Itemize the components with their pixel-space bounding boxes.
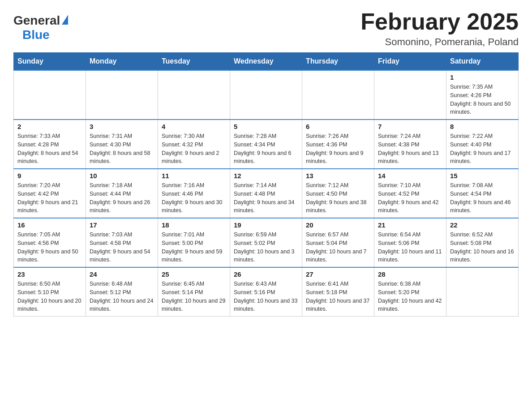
day-info: Sunrise: 7:18 AMSunset: 4:44 PMDaylight:…	[90, 181, 154, 215]
logo-general: General	[13, 13, 60, 28]
calendar-cell: 14Sunrise: 7:10 AMSunset: 4:52 PMDayligh…	[374, 169, 446, 218]
day-number: 1	[450, 73, 515, 81]
logo: General Blue	[13, 13, 68, 42]
calendar-cell: 3Sunrise: 7:31 AMSunset: 4:30 PMDaylight…	[86, 120, 158, 169]
day-info: Sunrise: 7:03 AMSunset: 4:58 PMDaylight:…	[90, 231, 154, 264]
day-number: 24	[90, 270, 154, 278]
calendar-cell: 19Sunrise: 6:59 AMSunset: 5:02 PMDayligh…	[230, 218, 302, 267]
calendar-cell	[158, 70, 230, 120]
calendar-cell: 23Sunrise: 6:50 AMSunset: 5:10 PMDayligh…	[14, 267, 86, 317]
day-number: 4	[162, 123, 226, 130]
day-info: Sunrise: 6:52 AMSunset: 5:08 PMDaylight:…	[450, 231, 515, 264]
day-number: 2	[17, 123, 82, 130]
calendar-cell	[14, 70, 86, 120]
calendar-cell: 11Sunrise: 7:16 AMSunset: 4:46 PMDayligh…	[158, 169, 230, 218]
calendar-cell: 6Sunrise: 7:26 AMSunset: 4:36 PMDaylight…	[302, 120, 374, 169]
calendar-cell: 20Sunrise: 6:57 AMSunset: 5:04 PMDayligh…	[302, 218, 374, 267]
day-number: 9	[17, 172, 82, 180]
day-number: 8	[450, 123, 515, 130]
day-number: 5	[234, 123, 298, 130]
weekday-header-row: SundayMondayTuesdayWednesdayThursdayFrid…	[14, 53, 519, 71]
weekday-header-saturday: Saturday	[446, 53, 519, 71]
calendar-cell: 8Sunrise: 7:22 AMSunset: 4:40 PMDaylight…	[446, 120, 519, 169]
calendar-cell	[446, 267, 519, 317]
day-number: 28	[378, 270, 442, 278]
day-info: Sunrise: 7:35 AMSunset: 4:26 PMDaylight:…	[450, 83, 515, 116]
calendar-cell: 17Sunrise: 7:03 AMSunset: 4:58 PMDayligh…	[86, 218, 158, 267]
calendar-week-row: 16Sunrise: 7:05 AMSunset: 4:56 PMDayligh…	[14, 218, 519, 267]
day-number: 27	[306, 270, 370, 278]
calendar-week-row: 2Sunrise: 7:33 AMSunset: 4:28 PMDaylight…	[14, 120, 519, 169]
day-info: Sunrise: 6:41 AMSunset: 5:18 PMDaylight:…	[306, 280, 370, 313]
calendar-table: SundayMondayTuesdayWednesdayThursdayFrid…	[13, 52, 519, 317]
calendar-cell	[230, 70, 302, 120]
day-number: 23	[17, 270, 82, 278]
weekday-header-monday: Monday	[86, 53, 158, 71]
calendar-cell: 26Sunrise: 6:43 AMSunset: 5:16 PMDayligh…	[230, 267, 302, 317]
weekday-header-sunday: Sunday	[14, 53, 86, 71]
calendar-cell: 12Sunrise: 7:14 AMSunset: 4:48 PMDayligh…	[230, 169, 302, 218]
day-info: Sunrise: 6:59 AMSunset: 5:02 PMDaylight:…	[234, 231, 298, 264]
calendar-cell: 16Sunrise: 7:05 AMSunset: 4:56 PMDayligh…	[14, 218, 86, 267]
day-number: 3	[90, 123, 154, 130]
page-header: General Blue February 2025 Somonino, Pom…	[13, 9, 519, 48]
calendar-cell	[374, 70, 446, 120]
day-info: Sunrise: 7:31 AMSunset: 4:30 PMDaylight:…	[90, 132, 154, 166]
title-area: February 2025 Somonino, Pomerania, Polan…	[360, 9, 519, 48]
day-number: 16	[17, 221, 82, 229]
calendar-cell: 25Sunrise: 6:45 AMSunset: 5:14 PMDayligh…	[158, 267, 230, 317]
day-info: Sunrise: 6:48 AMSunset: 5:12 PMDaylight:…	[90, 280, 154, 313]
weekday-header-friday: Friday	[374, 53, 446, 71]
day-info: Sunrise: 6:45 AMSunset: 5:14 PMDaylight:…	[162, 280, 226, 313]
calendar-cell: 21Sunrise: 6:54 AMSunset: 5:06 PMDayligh…	[374, 218, 446, 267]
calendar-cell: 9Sunrise: 7:20 AMSunset: 4:42 PMDaylight…	[14, 169, 86, 218]
calendar-cell: 15Sunrise: 7:08 AMSunset: 4:54 PMDayligh…	[446, 169, 519, 218]
logo-triangle-icon	[62, 15, 68, 25]
day-number: 12	[234, 172, 298, 180]
day-info: Sunrise: 7:16 AMSunset: 4:46 PMDaylight:…	[162, 181, 226, 215]
calendar-cell: 22Sunrise: 6:52 AMSunset: 5:08 PMDayligh…	[446, 218, 519, 267]
day-info: Sunrise: 7:20 AMSunset: 4:42 PMDaylight:…	[17, 181, 82, 215]
weekday-header-thursday: Thursday	[302, 53, 374, 71]
day-number: 25	[162, 270, 226, 278]
day-info: Sunrise: 7:05 AMSunset: 4:56 PMDaylight:…	[17, 231, 82, 264]
calendar-cell: 13Sunrise: 7:12 AMSunset: 4:50 PMDayligh…	[302, 169, 374, 218]
day-info: Sunrise: 7:33 AMSunset: 4:28 PMDaylight:…	[17, 132, 82, 166]
day-number: 10	[90, 172, 154, 180]
location-title: Somonino, Pomerania, Poland	[360, 36, 519, 48]
day-info: Sunrise: 6:57 AMSunset: 5:04 PMDaylight:…	[306, 231, 370, 264]
day-number: 13	[306, 172, 370, 180]
calendar-cell: 4Sunrise: 7:30 AMSunset: 4:32 PMDaylight…	[158, 120, 230, 169]
calendar-week-row: 1Sunrise: 7:35 AMSunset: 4:26 PMDaylight…	[14, 70, 519, 120]
calendar-cell: 2Sunrise: 7:33 AMSunset: 4:28 PMDaylight…	[14, 120, 86, 169]
day-info: Sunrise: 7:08 AMSunset: 4:54 PMDaylight:…	[450, 181, 515, 215]
day-number: 6	[306, 123, 370, 130]
day-number: 15	[450, 172, 515, 180]
day-info: Sunrise: 7:22 AMSunset: 4:40 PMDaylight:…	[450, 132, 515, 166]
day-info: Sunrise: 6:38 AMSunset: 5:20 PMDaylight:…	[378, 280, 442, 313]
logo-blue: Blue	[22, 28, 50, 42]
day-info: Sunrise: 7:14 AMSunset: 4:48 PMDaylight:…	[234, 181, 298, 215]
day-info: Sunrise: 7:12 AMSunset: 4:50 PMDaylight:…	[306, 181, 370, 215]
calendar-cell: 1Sunrise: 7:35 AMSunset: 4:26 PMDaylight…	[446, 70, 519, 120]
day-info: Sunrise: 6:43 AMSunset: 5:16 PMDaylight:…	[234, 280, 298, 313]
day-info: Sunrise: 6:54 AMSunset: 5:06 PMDaylight:…	[378, 231, 442, 264]
day-number: 26	[234, 270, 298, 278]
day-number: 21	[378, 221, 442, 229]
day-number: 11	[162, 172, 226, 180]
weekday-header-wednesday: Wednesday	[230, 53, 302, 71]
day-info: Sunrise: 6:50 AMSunset: 5:10 PMDaylight:…	[17, 280, 82, 313]
day-info: Sunrise: 7:24 AMSunset: 4:38 PMDaylight:…	[378, 132, 442, 166]
day-number: 19	[234, 221, 298, 229]
calendar-cell: 10Sunrise: 7:18 AMSunset: 4:44 PMDayligh…	[86, 169, 158, 218]
day-number: 20	[306, 221, 370, 229]
weekday-header-tuesday: Tuesday	[158, 53, 230, 71]
day-number: 14	[378, 172, 442, 180]
calendar-cell: 28Sunrise: 6:38 AMSunset: 5:20 PMDayligh…	[374, 267, 446, 317]
calendar-cell: 24Sunrise: 6:48 AMSunset: 5:12 PMDayligh…	[86, 267, 158, 317]
calendar-cell: 27Sunrise: 6:41 AMSunset: 5:18 PMDayligh…	[302, 267, 374, 317]
day-number: 17	[90, 221, 154, 229]
calendar-week-row: 9Sunrise: 7:20 AMSunset: 4:42 PMDaylight…	[14, 169, 519, 218]
calendar-cell: 7Sunrise: 7:24 AMSunset: 4:38 PMDaylight…	[374, 120, 446, 169]
month-title: February 2025	[360, 9, 519, 34]
